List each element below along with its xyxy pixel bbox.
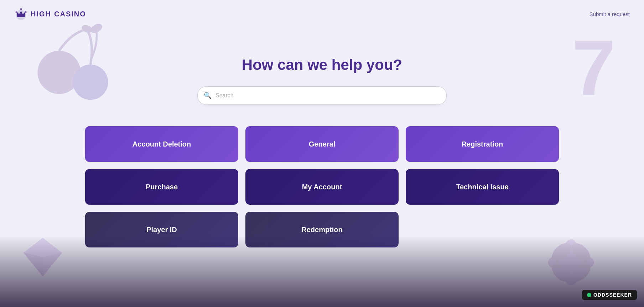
header: HIGH CASINO Submit a request [0, 0, 644, 28]
submit-request-link[interactable]: Submit a request [590, 11, 630, 17]
logo-text-right: CASINO [54, 10, 86, 18]
search-input[interactable] [197, 86, 447, 105]
svg-point-10 [548, 256, 571, 270]
category-technical-issue[interactable]: Technical Issue [406, 169, 559, 205]
svg-point-11 [571, 256, 594, 270]
logo[interactable]: HIGH CASINO [14, 7, 86, 21]
logo-icon [14, 7, 28, 21]
search-icon: 🔍 [204, 92, 212, 99]
main-content: How can we help you? 🔍 Account Deletion … [0, 28, 644, 247]
category-redemption[interactable]: Redemption [245, 212, 399, 247]
svg-point-21 [25, 11, 27, 13]
logo-text: HIGH [31, 10, 51, 18]
category-purchase[interactable]: Purchase [85, 169, 238, 205]
svg-point-14 [548, 259, 575, 285]
svg-point-9 [564, 262, 578, 286]
search-wrapper: 🔍 [197, 86, 447, 105]
category-registration[interactable]: Registration [406, 126, 559, 162]
svg-point-15 [567, 259, 594, 285]
svg-marker-6 [24, 253, 43, 276]
svg-point-19 [20, 8, 22, 10]
svg-point-20 [16, 11, 17, 13]
odds-dot [587, 293, 591, 297]
page-headline: How can we help you? [242, 56, 402, 73]
category-account-deletion[interactable]: Account Deletion [85, 126, 238, 162]
odds-seeker-badge: ODDSSEEKER [582, 290, 637, 300]
svg-marker-7 [43, 253, 62, 276]
svg-point-16 [562, 254, 580, 271]
svg-rect-18 [17, 16, 25, 17]
odds-text: ODDSSEEKER [593, 292, 632, 298]
category-general[interactable]: General [245, 126, 399, 162]
category-player-id[interactable]: Player ID [85, 212, 238, 247]
category-my-account[interactable]: My Account [245, 169, 399, 205]
category-grid: Account Deletion General Registration Pu… [78, 126, 566, 247]
